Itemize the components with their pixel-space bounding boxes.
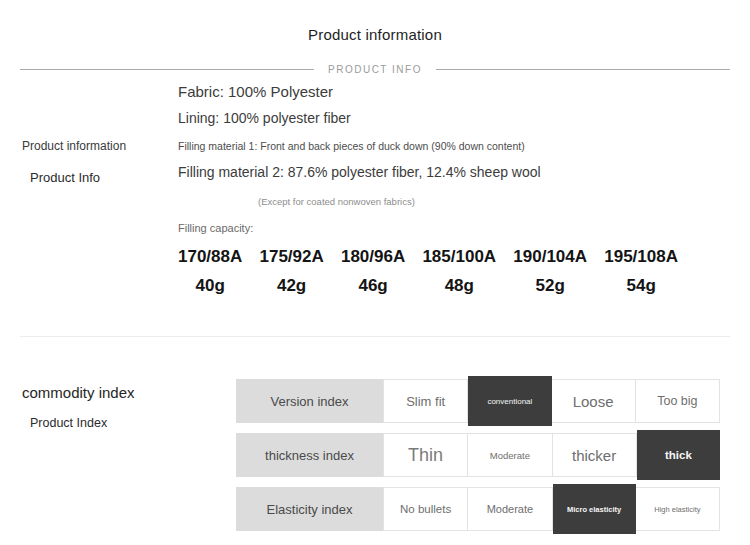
filling-capacity-label: Filling capacity: [178, 222, 253, 234]
lining-spec: Lining: 100% polyester fiber [178, 110, 351, 126]
weight-value: 40g [178, 276, 242, 296]
sidebar-label-product-index: Product Index [30, 416, 107, 430]
filling-capacity-table: 170/88A 40g 175/92A 42g 180/96A 46g 185/… [178, 247, 678, 296]
size-column: 180/96A 46g [341, 247, 405, 296]
weight-value: 52g [513, 276, 587, 296]
divider-label: PRODUCT INFO [328, 64, 422, 75]
divider-line-left [20, 69, 314, 70]
sidebar-label-product-info: Product Info [30, 170, 100, 185]
size-value: 170/88A [178, 247, 242, 267]
option-cell: Loose [552, 379, 636, 423]
size-value: 185/100A [422, 247, 496, 267]
size-value: 175/92A [259, 247, 323, 267]
size-column: 175/92A 42g [259, 247, 323, 296]
row-label: thickness index [236, 433, 383, 477]
fabric-spec: Fabric: 100% Polyester [178, 83, 333, 100]
option-cell: Micro elasticity [553, 484, 636, 534]
section-divider [20, 336, 730, 337]
row-label: Version index [236, 379, 383, 423]
option-cell: Slim fit [383, 379, 468, 423]
option-cell: conventional [468, 376, 551, 426]
option-cell: No bullets [383, 487, 468, 531]
weight-value: 42g [259, 276, 323, 296]
option-cell: Too big [636, 379, 720, 423]
weight-value: 54g [604, 276, 678, 296]
size-value: 180/96A [341, 247, 405, 267]
page-title: Product information [0, 26, 750, 43]
option-cell: High elasticity [636, 487, 720, 531]
filling-note: (Except for coated nonwoven fabrics) [258, 196, 415, 207]
product-detail-section: Product information PRODUCT INFO Product… [0, 0, 750, 545]
table-row-elasticity-index: Elasticity index No bullets Moderate Mic… [236, 487, 720, 531]
sidebar-label-commodity-index: commodity index [22, 384, 135, 401]
option-cell: thicker [553, 433, 637, 477]
size-column: 190/104A 52g [513, 247, 587, 296]
size-column: 170/88A 40g [178, 247, 242, 296]
divider-line-right [436, 69, 730, 70]
filling-material-1-spec: Filling material 1: Front and back piece… [178, 140, 525, 152]
size-column: 185/100A 48g [422, 247, 496, 296]
row-options: No bullets Moderate Micro elasticity Hig… [383, 487, 720, 531]
row-options: Slim fit conventional Loose Too big [383, 379, 720, 423]
size-value: 190/104A [513, 247, 587, 267]
option-cell: Moderate [468, 433, 552, 477]
row-label: Elasticity index [236, 487, 383, 531]
filling-material-2-spec: Filling material 2: 87.6% polyester fibe… [178, 164, 541, 180]
size-value: 195/108A [604, 247, 678, 267]
weight-value: 46g [341, 276, 405, 296]
sidebar-label-product-information: Product information [22, 139, 126, 153]
table-row-version-index: Version index Slim fit conventional Loos… [236, 379, 720, 423]
option-cell: Thin [383, 433, 468, 477]
option-cell: thick [637, 430, 720, 480]
table-row-thickness-index: thickness index Thin Moderate thicker th… [236, 433, 720, 477]
option-cell: Moderate [468, 487, 552, 531]
product-info-divider: PRODUCT INFO [20, 64, 730, 75]
size-column: 195/108A 54g [604, 247, 678, 296]
weight-value: 48g [422, 276, 496, 296]
commodity-index-table: Version index Slim fit conventional Loos… [236, 379, 720, 541]
row-options: Thin Moderate thicker thick [383, 433, 720, 477]
